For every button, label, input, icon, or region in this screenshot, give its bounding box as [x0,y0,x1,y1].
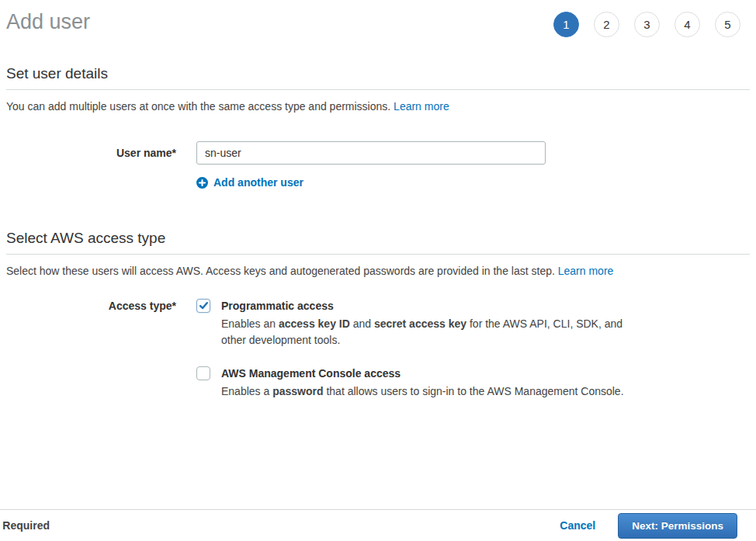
console-access-checkbox[interactable] [196,366,210,380]
programmatic-access-option: Programmatic access Enables an access ke… [196,299,626,349]
wizard-step-3: 3 [634,12,660,37]
access-type-options: Programmatic access Enables an access ke… [196,299,626,400]
desc-segment-bold: password [272,385,323,397]
desc-segment: that allows users to sign-in to the AWS … [324,385,624,397]
footer-actions: Cancel Next: Permissions [560,513,737,539]
user-details-intro: You can add multiple users at once with … [6,100,750,113]
console-access-body: AWS Management Console access Enables a … [221,366,624,400]
user-name-label: User name* [0,147,196,159]
plus-circle-icon [196,177,208,189]
console-access-title: AWS Management Console access [221,366,624,381]
access-type-heading: Select AWS access type [6,230,750,255]
wizard-step-4: 4 [675,12,700,37]
desc-segment: Enables an [221,317,279,330]
access-type-row: Access type* Programmatic access Enables… [0,299,756,400]
user-name-input[interactable] [196,141,546,165]
desc-segment: Enables a [221,385,272,397]
add-another-user-link[interactable]: Add another user [196,176,303,189]
wizard-step-1: 1 [553,12,579,37]
desc-segment-bold: secret access key [374,317,466,330]
page-header: Add user 1 2 3 4 5 [0,0,756,33]
programmatic-access-title: Programmatic access [221,299,626,314]
wizard-steps: 1 2 3 4 5 [553,12,740,37]
console-access-desc: Enables a password that allows users to … [221,383,624,400]
add-another-user-label: Add another user [213,176,303,189]
wizard-footer: * Required Cancel Next: Permissions [0,509,756,541]
desc-segment: and [350,317,374,330]
next-permissions-button[interactable]: Next: Permissions [618,513,737,539]
cancel-button[interactable]: Cancel [560,519,595,532]
access-type-intro: Select how these users will access AWS. … [6,265,750,278]
user-name-row: User name* [0,141,756,165]
wizard-step-5: 5 [715,12,740,37]
add-another-user-row: Add another user [196,176,756,191]
desc-segment-bold: access key ID [279,317,350,330]
programmatic-access-body: Programmatic access Enables an access ke… [221,299,626,349]
learn-more-link-access-type[interactable]: Learn more [558,265,614,277]
checkmark-icon [199,300,209,310]
wizard-step-2: 2 [594,12,619,37]
user-details-intro-text: You can add multiple users at once with … [6,100,390,113]
required-note: * Required [0,519,50,532]
programmatic-access-desc: Enables an access key ID and secret acce… [221,316,626,349]
add-user-page: Add user 1 2 3 4 5 Set user details You … [0,0,756,541]
programmatic-access-checkbox[interactable] [196,299,210,313]
set-user-details-heading: Set user details [6,65,750,90]
access-type-label: Access type* [0,299,196,313]
access-type-intro-text: Select how these users will access AWS. … [6,265,555,277]
learn-more-link-user-details[interactable]: Learn more [394,100,449,113]
console-access-option: AWS Management Console access Enables a … [196,366,626,400]
